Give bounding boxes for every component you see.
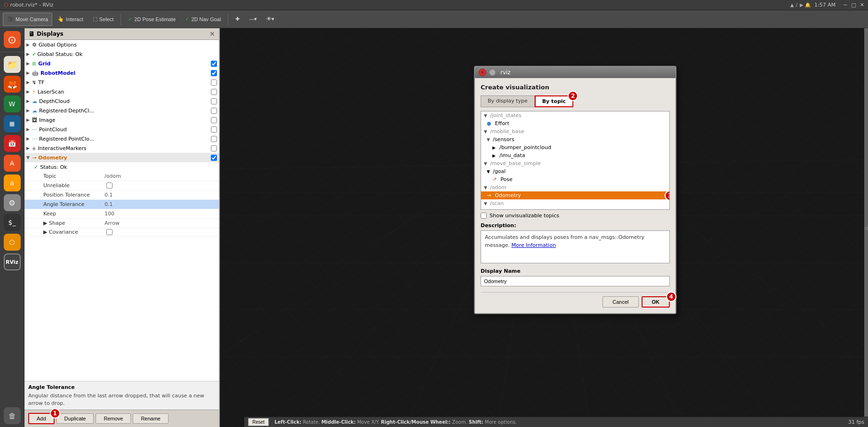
files-icon[interactable]: 📁	[4, 56, 21, 73]
scan-folder-label: /scan	[490, 200, 504, 206]
viz-item-goal[interactable]: ▼ /goal	[481, 167, 669, 175]
property-row-shape[interactable]: ▶ Shape Arrow	[24, 219, 219, 228]
regpc-checkbox[interactable]	[211, 136, 217, 142]
property-row-keep[interactable]: Keep 100	[24, 209, 219, 219]
trash-icon[interactable]: 🗑	[4, 407, 21, 424]
dialog-minimize-btn[interactable]	[489, 69, 496, 76]
odometry-checkbox[interactable]	[211, 155, 217, 161]
interact-button[interactable]: 👆 Interact	[53, 13, 88, 26]
property-row-unreliable[interactable]: Unreliable	[24, 181, 219, 190]
display-name-input[interactable]	[481, 276, 670, 286]
viz-item-imu[interactable]: ▶ /imu_data	[481, 151, 669, 159]
collapse-icon-mbs: ▼	[484, 161, 487, 166]
tree-item-reg-pc[interactable]: ▶ ⋯ Registered PointClo...	[24, 134, 219, 143]
calc-icon-glyph: ▦	[9, 120, 15, 127]
displays-title-text: Displays	[37, 31, 64, 37]
tree-item-pointcloud[interactable]: ▶ ⋯ PointCloud	[24, 125, 219, 134]
tab-by-display-type[interactable]: By display type	[481, 95, 535, 107]
settings-icon[interactable]: ⚙	[4, 194, 21, 211]
nav-goal-button[interactable]: ✓ 2D Nav Goal	[181, 13, 225, 26]
tree-item-reg-depth[interactable]: ▶ ☁ Registered DepthCl...	[24, 106, 219, 115]
tab-by-topic[interactable]: By topic 2	[535, 95, 573, 107]
browser-icon[interactable]: 🦊	[4, 76, 21, 93]
rviz-icon[interactable]: RViz	[4, 253, 21, 270]
calc-icon[interactable]: ▦	[4, 115, 21, 132]
dialog-close-button[interactable]: ✕	[479, 69, 486, 76]
odometry-icon: →	[32, 155, 36, 161]
check-mark-odom: ✓	[34, 164, 38, 170]
description-label: Description:	[481, 222, 670, 229]
depthcloud-checkbox[interactable]	[211, 98, 217, 104]
property-row-pos-tolerance[interactable]: Position Tolerance 0.1	[24, 190, 219, 200]
property-row-angle-tolerance[interactable]: Angle Tolerance 0.1	[24, 200, 219, 209]
move-camera-button[interactable]: 🎥 Move Camera	[3, 13, 52, 26]
duplicate-button[interactable]: Duplicate	[56, 413, 94, 424]
line-button[interactable]: —▾	[245, 13, 261, 26]
viz-item-odom-folder[interactable]: ▼ /odom	[481, 183, 669, 191]
softcenter-icon[interactable]: A	[4, 155, 21, 172]
amazon-icon[interactable]: a	[4, 174, 21, 191]
visualization-tree[interactable]: ▼ /joint_states ● Effort ▼ /mobile_base	[481, 111, 670, 210]
libreoffice-icon[interactable]: W	[4, 95, 21, 112]
tree-item-grid[interactable]: ▶ ⊞ Grid	[24, 59, 219, 68]
viz-item-bumper[interactable]: ▶ /bumper_pointcloud	[481, 143, 669, 151]
minimize-button[interactable]: −	[843, 2, 847, 8]
viz-item-mobile-base[interactable]: ▼ /mobile_base	[481, 127, 669, 135]
remove-button[interactable]: Remove	[96, 413, 131, 424]
markers-checkbox[interactable]	[211, 145, 217, 151]
plus-button[interactable]: ✚	[231, 13, 244, 26]
unreliable-checkbox[interactable]	[106, 182, 113, 189]
viz-item-pose[interactable]: ↗ Pose	[481, 175, 669, 183]
tree-item-global-options[interactable]: ▶ ⚙ Global Options	[24, 40, 219, 49]
ubuntu-logo-icon: ⊙	[8, 34, 16, 46]
laserscan-checkbox[interactable]	[211, 89, 217, 95]
tree-item-depthcloud[interactable]: ▶ ☁ DepthCloud	[24, 96, 219, 106]
resize-handle[interactable]: ◁	[864, 28, 868, 427]
property-row-topic[interactable]: Topic /odom	[24, 172, 219, 181]
show-unvisualizable-checkbox[interactable]	[481, 213, 487, 219]
maximize-button[interactable]: □	[851, 2, 856, 8]
reset-button[interactable]: Reset	[248, 418, 269, 426]
eye-button[interactable]: 👁▾	[262, 13, 279, 26]
tree-item-tf[interactable]: ▶ ↯ TF	[24, 78, 219, 87]
viz-item-scan-folder[interactable]: ▼ /scan	[481, 199, 669, 207]
tree-item-image[interactable]: ▶ 🖼 Image	[24, 115, 219, 125]
select-button[interactable]: ⬚ Select	[88, 13, 118, 26]
ok-button[interactable]: OK	[642, 296, 670, 308]
tf-checkbox[interactable]	[211, 79, 217, 86]
fps-counter: 31 fps	[848, 419, 864, 425]
viz-item-joint-states[interactable]: ▼ /joint_states	[481, 111, 669, 119]
tree-item-global-status[interactable]: ▶ ✓ Global Status: Ok	[24, 49, 219, 59]
viz-item-sensors[interactable]: ▼ /sensors	[481, 135, 669, 143]
cancel-button[interactable]: Cancel	[603, 296, 638, 308]
blender-icon[interactable]: ⬡	[4, 234, 21, 251]
terminal-icon[interactable]: $_	[4, 214, 21, 231]
tree-item-robotmodel[interactable]: ▶ 🤖 RobotModel	[24, 68, 219, 78]
viz-item-move-base[interactable]: ▼ /move_base_simple	[481, 159, 669, 167]
pose-estimate-button[interactable]: ✓ 2D Pose Estimate	[124, 13, 180, 26]
property-row-covariance[interactable]: ▶ Covariance	[24, 228, 219, 237]
grid-checkbox[interactable]	[211, 61, 217, 67]
covariance-checkbox[interactable]	[106, 229, 113, 235]
more-info-link[interactable]: More Information	[511, 242, 555, 248]
image-checkbox[interactable]	[211, 117, 217, 123]
calendar-icon[interactable]: 📅	[4, 135, 21, 152]
files-icon-glyph: 📁	[7, 60, 17, 70]
viz-item-effort[interactable]: ● Effort	[481, 119, 669, 127]
regdepth-checkbox[interactable]	[211, 108, 217, 114]
tree-item-odometry[interactable]: ▼ → Odometry	[24, 153, 219, 162]
displays-close-button[interactable]: ✕	[209, 30, 215, 38]
viz-item-laserscan-dialog[interactable]: ⚡ LaserScan	[481, 207, 669, 210]
tree-item-markers[interactable]: ▶ ◈ InteractiveMarkers	[24, 143, 219, 153]
close-button[interactable]: ✕	[860, 2, 864, 8]
ubuntu-logo[interactable]: ⊙	[4, 31, 21, 48]
robotmodel-checkbox[interactable]	[211, 70, 217, 76]
viewport[interactable]: ✕ rviz Create visualization By display t…	[220, 28, 868, 427]
rename-button[interactable]: Rename	[133, 413, 169, 424]
pointcloud-checkbox[interactable]	[211, 127, 217, 133]
tree-item-laserscan[interactable]: ▶ ⚡ LaserScan	[24, 87, 219, 96]
dialog-body: Create visualization By display type By …	[475, 78, 675, 313]
tree-item-status-ok[interactable]: ✓ Status: Ok	[32, 162, 219, 172]
viz-item-odometry[interactable]: → Odometry 3	[481, 191, 669, 199]
amazon-icon-glyph: a	[10, 179, 14, 187]
